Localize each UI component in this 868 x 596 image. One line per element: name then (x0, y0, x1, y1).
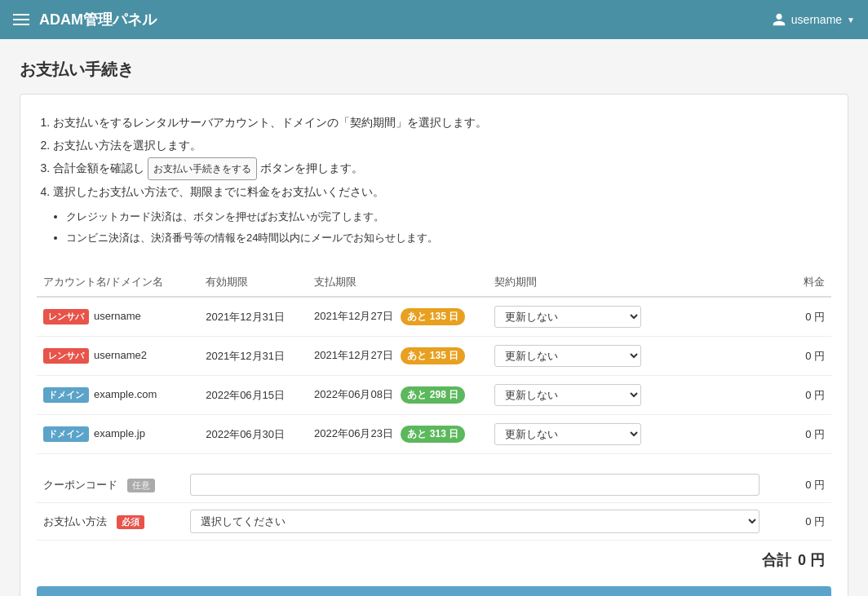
payment-method-label-cell: お支払い方法 必須 (37, 503, 184, 541)
coupon-input-cell (184, 467, 766, 503)
payment-limit-cell: 2022年06月08日 あと 298 日 (308, 376, 488, 415)
payment-limit-cell: 2022年06月23日 あと 313 日 (308, 415, 488, 454)
expiry-cell: 2022年06月15日 (199, 376, 308, 415)
contract-period-cell: 更新しない (488, 376, 759, 415)
table-row: レンサバusername2 2021年12月31日 2021年12月27日 あと… (37, 337, 831, 376)
days-remaining-badge: あと 313 日 (401, 426, 465, 443)
total-value: 0 円 (798, 550, 825, 570)
main-content: お支払い手続き お支払いをするレンタルサーバアカウント、ドメインの「契約期間」を… (0, 39, 868, 596)
col-header-price: 料金 (759, 268, 831, 297)
instruction-3: 合計金額を確認し お支払い手続きをする ボタンを押します。 (53, 157, 831, 180)
payment-limit-cell: 2021年12月27日 あと 135 日 (308, 337, 488, 376)
type-badge: レンサバ (43, 348, 89, 364)
col-header-contract: 契約期間 (488, 268, 759, 297)
type-badge: ドメイン (43, 387, 89, 403)
table-row: レンサバusername 2021年12月31日 2021年12月27日 あと … (37, 297, 831, 337)
price-cell: 0 円 (759, 297, 831, 337)
days-remaining-badge: あと 135 日 (401, 347, 465, 364)
contract-period-cell: 更新しない (488, 297, 759, 337)
required-badge: 必須 (117, 515, 144, 529)
table-row: ドメインexample.com 2022年06月15日 2022年06月08日 … (37, 376, 831, 415)
user-menu[interactable]: username ▼ (772, 12, 855, 27)
username-label: username (791, 13, 842, 26)
expiry-cell: 2021年12月31日 (199, 297, 308, 337)
price-cell: 0 円 (759, 376, 831, 415)
account-cell: レンサバusername2 (37, 337, 199, 376)
payment-method-select-cell: 選択してくださいクレジットカードコンビニ決済 (184, 503, 766, 541)
header: ADAM管理パネル username ▼ (0, 0, 868, 39)
inline-submit-label: お支払い手続きをする (148, 157, 257, 180)
table-row: ドメインexample.jp 2022年06月30日 2022年06月23日 あ… (37, 415, 831, 454)
instruction-2: お支払い方法を選択します。 (53, 134, 831, 157)
contract-period-cell: 更新しない (488, 415, 759, 454)
price-cell: 0 円 (759, 337, 831, 376)
page-title: お支払い手続き (20, 59, 848, 81)
submit-button[interactable]: ✓ お支払い手続きをする (37, 586, 831, 596)
days-remaining-badge: あと 135 日 (401, 308, 465, 325)
contract-select[interactable]: 更新しない (494, 345, 641, 367)
contract-select[interactable]: 更新しない (494, 306, 641, 328)
payment-card: お支払いをするレンタルサーバアカウント、ドメインの「契約期間」を選択します。 お… (20, 94, 848, 596)
chevron-down-icon: ▼ (847, 15, 855, 24)
account-cell: レンサバusername (37, 297, 199, 337)
expiry-cell: 2021年12月31日 (199, 337, 308, 376)
bottom-rows-table: クーポンコード 任意 0 円 お支払い方法 必須 選択してくださいクレジットカー… (37, 467, 831, 541)
total-label: 合計 (762, 550, 791, 570)
payment-limit-cell: 2021年12月27日 あと 135 日 (308, 297, 488, 337)
menu-icon[interactable] (13, 14, 29, 25)
contract-select[interactable]: 更新しない (494, 423, 641, 445)
coupon-input[interactable] (190, 474, 760, 496)
col-header-payment: 支払期限 (308, 268, 488, 297)
price-cell: 0 円 (759, 415, 831, 454)
col-header-account: アカウント名/ドメイン名 (37, 268, 199, 297)
app-title: ADAM管理パネル (39, 10, 157, 29)
days-remaining-badge: あと 298 日 (401, 386, 465, 404)
coupon-label-cell: クーポンコード 任意 (37, 467, 184, 503)
payment-method-row: お支払い方法 必須 選択してくださいクレジットカードコンビニ決済 0 円 (37, 503, 831, 541)
instructions-section: お支払いをするレンタルサーバアカウント、ドメインの「契約期間」を選択します。 お… (37, 111, 831, 249)
instruction-bullet-2: コンビニ決済は、決済番号等の情報を24時間以内にメールでお知らせします。 (66, 227, 831, 249)
total-row: 合計 0 円 (37, 541, 831, 580)
type-badge: ドメイン (43, 426, 89, 442)
payment-table: アカウント名/ドメイン名 有効期限 支払期限 契約期間 料金 レンサバusern… (37, 268, 831, 454)
coupon-row: クーポンコード 任意 0 円 (37, 467, 831, 503)
col-header-expiry: 有効期限 (199, 268, 308, 297)
account-cell: ドメインexample.jp (37, 415, 199, 454)
payment-method-select[interactable]: 選択してくださいクレジットカードコンビニ決済 (190, 510, 760, 533)
type-badge: レンサバ (43, 309, 89, 324)
contract-select[interactable]: 更新しない (494, 384, 641, 406)
payment-method-price: 0 円 (766, 503, 831, 541)
contract-period-cell: 更新しない (488, 337, 759, 376)
user-avatar-icon (772, 12, 786, 27)
instruction-1: お支払いをするレンタルサーバアカウント、ドメインの「契約期間」を選択します。 (53, 111, 831, 134)
expiry-cell: 2022年06月30日 (199, 415, 308, 454)
optional-badge: 任意 (127, 479, 155, 492)
instruction-4: 選択したお支払い方法で、期限までに料金をお支払いください。 クレジットカード決済… (53, 180, 831, 249)
instruction-bullet-1: クレジットカード決済は、ボタンを押せばお支払いが完了します。 (66, 206, 831, 227)
header-left: ADAM管理パネル (13, 10, 157, 29)
coupon-price: 0 円 (766, 467, 831, 503)
account-cell: ドメインexample.com (37, 376, 199, 415)
